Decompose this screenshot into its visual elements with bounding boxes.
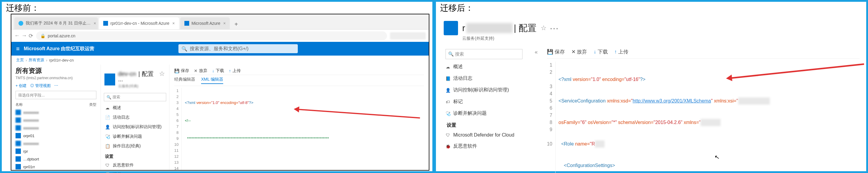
nav-activity-log[interactable]: 📘活动日志	[442, 73, 525, 84]
manage-view-button[interactable]: ◎ 管理视图	[30, 83, 51, 88]
collapse-nav-icon[interactable]: «	[530, 44, 542, 173]
list-item[interactable]: orpr01	[16, 132, 96, 140]
tab-favicon-info-icon	[19, 21, 23, 26]
download-button[interactable]: ↓下载	[212, 68, 224, 74]
list-item[interactable]: rpr01rr	[16, 163, 96, 171]
new-tab-button[interactable]: +	[231, 19, 241, 29]
upload-icon: ↑	[229, 68, 231, 73]
browser-tab-1[interactable]: 我们将于 2024 年 8 月 31 日停止… ×	[14, 17, 98, 29]
blade-subtitle: 云服务(外延支持)	[438, 36, 864, 44]
save-button[interactable]: 💾保存	[174, 68, 189, 74]
list-item[interactable]: …dptsort	[16, 155, 96, 163]
close-icon[interactable]: ×	[173, 21, 175, 26]
code-editor[interactable]: 12 3456789 10 <?xml version="1.0" encodi…	[547, 62, 860, 173]
nav-section-settings: 设置	[442, 119, 525, 130]
nav-diagnose[interactable]: 🩺诊断并解决问题	[442, 108, 525, 119]
close-icon[interactable]: ×	[223, 21, 225, 26]
code-body[interactable]: <?xml version="1.0" encoding="utf-8"?> <…	[182, 88, 340, 170]
discard-icon: ✕	[571, 49, 576, 55]
pin-icon[interactable]: ☆	[541, 24, 547, 32]
config-editor-pane: 💾 保存 ✕ 放弃 ↓ 下载 ↑ 上传 12 3456789 10 <?xml …	[542, 44, 864, 173]
browser-tab-3[interactable]: Microsoft Azure ×	[180, 17, 230, 29]
more-icon[interactable]: ⋯	[118, 78, 123, 83]
search-icon: 🔍	[106, 95, 111, 99]
blade-subtitle: 云服务(经典)	[118, 84, 165, 89]
col-type[interactable]: 类型	[89, 102, 96, 107]
resource-list: xxxxxxxx xxxxxxxx xxxxxxxx orpr01 xxxxxx…	[16, 109, 96, 171]
nav-tags[interactable]: 🏷标记	[442, 96, 525, 108]
portal-search-input[interactable]: 🔍 搜索资源、服务和文档(G+/)	[179, 44, 298, 53]
discard-icon: ✕	[194, 68, 197, 73]
upload-button[interactable]: ↑上传	[229, 68, 241, 74]
crumb-home[interactable]: 主页	[16, 57, 24, 63]
close-icon[interactable]: ×	[94, 21, 96, 26]
crumb-current: rpr01rr-dev-cn	[49, 58, 74, 62]
overview-icon: ☁	[445, 64, 450, 69]
nav-access-control[interactable]: 👤访问控制(标识和访问管理)	[442, 84, 525, 96]
discard-button[interactable]: ✕ 放弃	[571, 49, 587, 55]
cloud-service-icon	[444, 21, 458, 35]
oplog-icon: 📋	[105, 144, 110, 148]
forward-icon[interactable]: →	[22, 33, 27, 39]
url-text: portal.azure.cn	[48, 33, 75, 38]
nav-defender[interactable]: 🛡Microsoft Defender for Cloud	[442, 130, 525, 140]
browser-tab-2[interactable]: rpr01rr-dev-cn - Microsoft Azure ×	[99, 17, 179, 29]
download-icon: ↓	[212, 68, 214, 73]
nav-activity-log[interactable]: 📄活动日志	[101, 113, 169, 122]
more-icon[interactable]: ⋯	[54, 83, 58, 88]
nav-overview[interactable]: ☁概述	[101, 103, 169, 113]
create-button[interactable]: + 创建	[16, 83, 27, 88]
label-after: 迁移后：	[439, 2, 475, 14]
refresh-icon[interactable]: ⟳	[29, 33, 33, 39]
tab-xml-editor[interactable]: XML 编辑器	[201, 77, 223, 84]
back-icon[interactable]: ←	[14, 33, 20, 39]
discard-button[interactable]: ✕放弃	[194, 68, 207, 74]
diagnose-icon: 🩺	[105, 134, 110, 139]
search-placeholder: 搜索资源、服务和文档(G+/)	[190, 46, 249, 52]
config-editor-pane: 💾保存 ✕放弃 ↓下载 ↑上传 经典编辑器 XML 编辑器 1234567891…	[169, 64, 429, 170]
blade-header: r xxxxx | 配置 ☆ ⋯	[438, 17, 864, 36]
nav-search-input[interactable]: 🔍 搜索	[445, 49, 523, 59]
code-body[interactable]: <?xml version="1.0" encoding="utf-16"?> …	[556, 62, 770, 173]
tab-classic-editor[interactable]: 经典编辑器	[174, 77, 195, 84]
hamburger-icon[interactable]: ≡	[16, 46, 20, 52]
nav-overview[interactable]: ☁概述	[442, 61, 525, 73]
nav-operation-log[interactable]: 📋操作日志(经典)	[101, 141, 169, 151]
nav-section-settings: 设置	[101, 151, 169, 161]
person-icon: 👤	[105, 124, 110, 129]
filter-input[interactable]	[16, 91, 96, 99]
browser-tabs: 我们将于 2024 年 8 月 31 日停止… × rpr01rr-dev-cn…	[11, 15, 429, 29]
nav-antimalware[interactable]: 🛡反恶意软件	[101, 161, 169, 170]
nav-search-input[interactable]: 🔍 搜索	[104, 93, 166, 101]
tab-title: 我们将于 2024 年 8 月 31 日停止…	[26, 21, 91, 26]
nav-certificates[interactable]: 📜证书	[101, 170, 169, 173]
browser-window: 我们将于 2024 年 8 月 31 日停止… × rpr01rr-dev-cn…	[11, 14, 429, 171]
log-icon: 📘	[445, 76, 450, 81]
nav-access-control[interactable]: 👤访问控制(标识和访问管理)	[101, 122, 169, 132]
upload-button[interactable]: ↑ 上传	[614, 49, 628, 55]
url-input[interactable]: 🔒 portal.azure.cn	[36, 31, 387, 40]
nav-antimalware[interactable]: 🐞反恶意软件	[442, 140, 525, 152]
tag-icon: 🏷	[445, 99, 450, 104]
all-resources-panel: 所有资源 TMTS (tmts2.partner.onmschina.cn) +…	[11, 64, 101, 170]
download-button[interactable]: ↓ 下载	[593, 49, 608, 55]
person-icon: 👤	[445, 88, 450, 93]
diagnose-icon: 🩺	[445, 111, 450, 116]
blade-nav: dev-cn| 配置 ☆ ⋯ 云服务(经典) 🔍 搜索 ☁概述 📄活动日志 👤访…	[101, 64, 169, 170]
label-before: 迁移前：	[5, 2, 40, 14]
crumb-allres[interactable]: 所有资源	[29, 57, 44, 63]
tab-title: rpr01rr-dev-cn - Microsoft Azure	[111, 21, 169, 26]
code-editor[interactable]: 1234567891011121314 <?xml version="1.0" …	[174, 88, 424, 170]
list-item[interactable]: rpr	[16, 147, 96, 155]
col-name[interactable]: 名称	[16, 102, 89, 107]
overview-icon: ☁	[105, 106, 110, 110]
save-button[interactable]: 💾 保存	[547, 49, 565, 55]
save-icon: 💾	[547, 49, 553, 55]
editor-tabs: 经典编辑器 XML 编辑器	[174, 75, 424, 86]
nav-diagnose[interactable]: 🩺诊断并解决问题	[101, 132, 169, 141]
pin-icon[interactable]: ☆	[159, 70, 165, 77]
more-icon[interactable]: ⋯	[550, 23, 559, 33]
blade-title-suffix: | 配置	[514, 22, 536, 34]
editor-toolbar: 💾保存 ✕放弃 ↓下载 ↑上传	[174, 67, 424, 75]
log-icon: 📄	[105, 115, 110, 120]
